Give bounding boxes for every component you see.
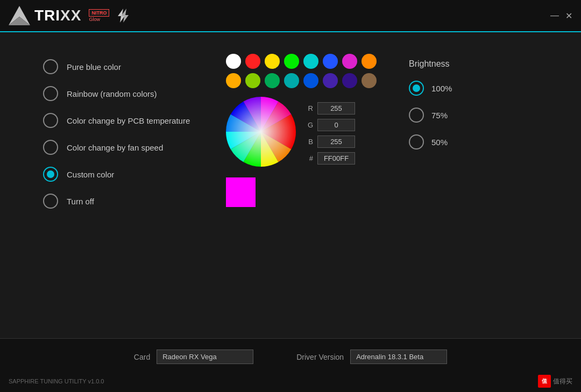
- lightning-icon: [114, 8, 130, 24]
- swatch-indigo[interactable]: [342, 73, 357, 88]
- brightness-75[interactable]: 75%: [409, 108, 452, 123]
- hex-input[interactable]: [317, 152, 355, 165]
- r-input[interactable]: [317, 102, 355, 115]
- close-button[interactable]: ✕: [565, 11, 572, 21]
- radio-custom-inner: [47, 170, 54, 178]
- color-preview-swatch[interactable]: [226, 177, 256, 207]
- swatch-red[interactable]: [245, 54, 260, 69]
- r-label: R: [307, 104, 313, 112]
- card-label: Card: [134, 353, 150, 361]
- nitro-badge: NITRO: [89, 9, 109, 17]
- option-fan-speed-label: Color change by fan speed: [67, 143, 163, 152]
- color-wheel[interactable]: [226, 97, 296, 167]
- swatches-row-2: [226, 73, 377, 88]
- version-text: SAPPHIRE TUNING UTILITY v1.0.0: [9, 378, 104, 384]
- radio-b50[interactable]: [409, 134, 424, 149]
- window-controls: — ✕: [550, 11, 572, 21]
- b-row: B: [307, 136, 355, 148]
- swatch-orange[interactable]: [362, 54, 377, 69]
- swatch-blue[interactable]: [323, 54, 338, 69]
- app-logo: TRIXX NITRO Glow: [9, 6, 130, 25]
- watermark-icon: 值: [538, 375, 551, 388]
- swatch-lime[interactable]: [245, 73, 260, 88]
- option-fan-speed[interactable]: Color change by fan speed: [43, 140, 204, 155]
- footer-bottom: SAPPHIRE TUNING UTILITY v1.0.0 值 值得买: [0, 373, 581, 392]
- logo-trixx: TRIXX: [34, 7, 81, 24]
- swatch-teal[interactable]: [284, 73, 299, 88]
- color-wheel-area: R G B #: [226, 97, 355, 167]
- g-input[interactable]: [317, 119, 355, 131]
- option-turn-off[interactable]: Turn off: [43, 194, 204, 209]
- wing-icon: [9, 6, 30, 25]
- swatch-brown[interactable]: [362, 73, 377, 88]
- svg-point-5: [226, 97, 296, 167]
- option-pcb-temp-label: Color change by PCB temperature: [67, 116, 190, 125]
- option-rainbow[interactable]: Rainbow (random colors): [43, 86, 204, 101]
- radio-b100-inner: [413, 84, 420, 92]
- b-input[interactable]: [317, 136, 355, 148]
- radio-fan-speed[interactable]: [43, 140, 58, 155]
- option-pure-blue[interactable]: Pure blue color: [43, 59, 204, 74]
- g-label: G: [307, 121, 313, 129]
- content-area: Pure blue color Rainbow (random colors) …: [0, 32, 581, 338]
- swatch-yellow[interactable]: [265, 54, 280, 69]
- main-content: Pure blue color Rainbow (random colors) …: [0, 32, 581, 392]
- swatch-purple[interactable]: [323, 73, 338, 88]
- swatch-teal-green[interactable]: [265, 73, 280, 88]
- driver-input: [350, 350, 447, 364]
- card-field: Card: [134, 350, 253, 364]
- option-rainbow-label: Rainbow (random colors): [67, 89, 157, 98]
- r-row: R: [307, 102, 355, 115]
- radio-turn-off[interactable]: [43, 194, 58, 209]
- brightness-100-label: 100%: [431, 84, 452, 93]
- driver-field: Driver Version: [296, 350, 447, 364]
- brightness-column: Brightness 100% 75% 50%: [377, 54, 452, 327]
- radio-b100[interactable]: [409, 81, 424, 96]
- swatches-row-1: [226, 54, 377, 69]
- hex-row: #: [307, 152, 355, 165]
- b-label: B: [307, 138, 313, 146]
- radio-rainbow[interactable]: [43, 86, 58, 101]
- radio-pcb-temp[interactable]: [43, 113, 58, 128]
- swatch-cyan[interactable]: [303, 54, 318, 69]
- radio-pure-blue[interactable]: [43, 59, 58, 74]
- brightness-75-label: 75%: [431, 111, 448, 120]
- swatch-white[interactable]: [226, 54, 241, 69]
- color-swatches: [226, 54, 377, 88]
- hex-label: #: [307, 154, 313, 162]
- titlebar: TRIXX NITRO Glow — ✕: [0, 0, 581, 32]
- option-custom-color[interactable]: Custom color: [43, 167, 204, 182]
- brightness-100[interactable]: 100%: [409, 81, 452, 96]
- option-custom-color-label: Custom color: [67, 170, 114, 179]
- driver-label: Driver Version: [296, 353, 344, 361]
- option-pcb-temp[interactable]: Color change by PCB temperature: [43, 113, 204, 128]
- brightness-50[interactable]: 50%: [409, 134, 452, 149]
- g-row: G: [307, 119, 355, 131]
- option-turn-off-label: Turn off: [67, 197, 94, 206]
- glow-label: Glow: [89, 17, 100, 22]
- footer: Card Driver Version SAPPHIRE TUNING UTIL…: [0, 338, 581, 392]
- brightness-options: 100% 75% 50%: [409, 81, 452, 149]
- swatch-magenta[interactable]: [342, 54, 357, 69]
- minimize-button[interactable]: —: [550, 11, 559, 20]
- card-input: [157, 350, 253, 364]
- brightness-50-label: 50%: [431, 138, 448, 147]
- options-column: Pure blue color Rainbow (random colors) …: [43, 54, 204, 327]
- watermark-text: 值得买: [553, 377, 572, 386]
- swatch-green[interactable]: [284, 54, 299, 69]
- footer-info: Card Driver Version: [0, 339, 581, 369]
- swatch-amber[interactable]: [226, 73, 241, 88]
- swatch-dark-blue[interactable]: [303, 73, 318, 88]
- radio-b75[interactable]: [409, 108, 424, 123]
- watermark: 值 值得买: [538, 375, 572, 388]
- rgb-inputs: R G B #: [307, 97, 355, 165]
- radio-custom-color[interactable]: [43, 167, 58, 182]
- color-picker-column: R G B #: [204, 54, 377, 327]
- brightness-title: Brightness: [409, 59, 452, 69]
- option-pure-blue-label: Pure blue color: [67, 62, 121, 72]
